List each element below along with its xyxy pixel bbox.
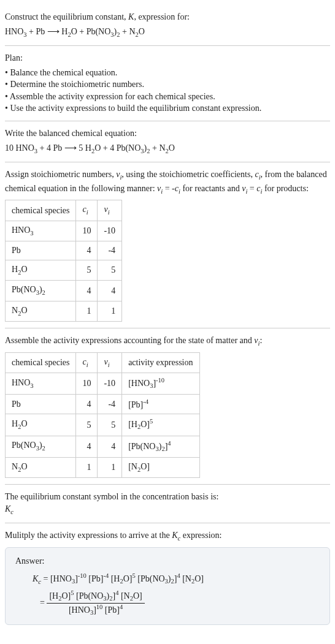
cell-c: 5: [76, 260, 98, 280]
prompt-section: Construct the equilibrium constant, K, e…: [5, 5, 330, 46]
plan-item: Assemble the activity expression for eac…: [5, 91, 330, 103]
cell-c: 4: [76, 281, 98, 301]
plan-item: Balance the chemical equation.: [5, 67, 330, 79]
cell-c: 10: [76, 221, 98, 241]
cell-species: H2O: [6, 260, 76, 280]
cell-v: -10: [98, 221, 122, 241]
cell-c: 4: [76, 436, 98, 457]
cell-expr: [Pb]-4: [122, 395, 199, 414]
col-c: ci: [76, 352, 98, 373]
cell-v: 5: [98, 260, 122, 280]
plan-item: Determine the stoichiometric numbers.: [5, 78, 330, 91]
cell-c: 5: [76, 414, 98, 436]
symbol-heading: The equilibrium constant symbol in the c…: [5, 491, 330, 503]
col-v: νi: [98, 352, 122, 373]
plan-heading: Plan:: [5, 52, 330, 64]
cell-v: -4: [98, 395, 122, 414]
activity-table: chemical species ci νi activity expressi…: [5, 352, 200, 479]
answer-label: Answer:: [15, 555, 320, 567]
cell-c: 4: [76, 395, 98, 414]
cell-species: H2O: [6, 414, 76, 436]
col-expr: activity expression: [122, 352, 199, 373]
table-row: Pb(NO3)244: [6, 281, 122, 301]
cell-v: 1: [98, 457, 122, 477]
cell-species: Pb(NO3)2: [6, 281, 76, 301]
cell-v: 5: [98, 414, 122, 436]
answer-line2: = [H2O]5 [Pb(NO3)2]4 [N2O] [HNO3]10 [Pb]…: [40, 589, 320, 617]
cell-v: 4: [98, 281, 122, 301]
symbol-value: Kc: [5, 503, 330, 517]
cell-species: Pb: [6, 395, 76, 414]
activity-section: Assemble the activity expressions accoun…: [5, 328, 330, 485]
col-v: νi: [98, 200, 122, 221]
symbol-section: The equilibrium constant symbol in the c…: [5, 485, 330, 523]
plan-item: Use the activity expressions to build th…: [5, 102, 330, 115]
table-row: Pb4-4: [6, 241, 122, 260]
cell-v: 1: [98, 301, 122, 321]
cell-c: 1: [76, 457, 98, 477]
cell-species: Pb: [6, 241, 76, 260]
stoich-section: Assign stoichiometric numbers, νi, using…: [5, 162, 330, 328]
stoich-table: chemical species ci νi HNO310-10 Pb4-4 H…: [5, 200, 122, 322]
cell-species: N2O: [6, 457, 76, 477]
prompt-line: Construct the equilibrium constant, K, e…: [5, 11, 330, 23]
cell-expr: [HNO3]-10: [122, 373, 199, 395]
table-row: H2O55: [6, 260, 122, 280]
cell-v: -10: [98, 373, 122, 395]
prompt-equation: HNO3 + Pb ⟶ H2O + Pb(NO3)2 + N2O: [5, 26, 330, 39]
col-species: chemical species: [6, 200, 76, 221]
plan-list: Balance the chemical equation. Determine…: [5, 67, 330, 115]
stoich-heading: Assign stoichiometric numbers, νi, using…: [5, 169, 330, 196]
balanced-heading: Write the balanced chemical equation:: [5, 127, 330, 140]
multiply-heading: Mulitply the activity expressions to arr…: [5, 529, 330, 543]
multiply-section: Mulitply the activity expressions to arr…: [5, 523, 330, 631]
cell-v: 4: [98, 436, 122, 457]
cell-c: 1: [76, 301, 98, 321]
cell-expr: [H2O]5: [122, 414, 199, 436]
table-row: Pb4-4[Pb]-4: [6, 395, 200, 414]
table-header-row: chemical species ci νi activity expressi…: [6, 352, 200, 373]
cell-c: 4: [76, 241, 98, 260]
balanced-section: Write the balanced chemical equation: 10…: [5, 121, 330, 162]
cell-species: Pb(NO3)2: [6, 436, 76, 457]
answer-line1: Kc = [HNO3]-10 [Pb]-4 [H2O]5 [Pb(NO3)2]4…: [33, 572, 320, 586]
cell-c: 10: [76, 373, 98, 395]
table-row: H2O55[H2O]5: [6, 414, 200, 436]
cell-species: HNO3: [6, 221, 76, 241]
balanced-equation: 10 HNO3 + 4 Pb ⟶ 5 H2O + 4 Pb(NO3)2 + N2…: [5, 142, 330, 156]
cell-v: -4: [98, 241, 122, 260]
table-row: N2O11: [6, 301, 122, 321]
table-header-row: chemical species ci νi: [6, 200, 122, 221]
plan-section: Plan: Balance the chemical equation. Det…: [5, 46, 330, 121]
table-row: HNO310-10[HNO3]-10: [6, 373, 200, 395]
col-species: chemical species: [6, 352, 76, 373]
answer-box: Answer: Kc = [HNO3]-10 [Pb]-4 [H2O]5 [Pb…: [5, 547, 330, 625]
fraction-numerator: [H2O]5 [Pb(NO3)2]4 [N2O]: [47, 589, 144, 604]
fraction-denominator: [HNO3]10 [Pb]4: [47, 604, 144, 617]
cell-expr: [N2O]: [122, 457, 199, 477]
col-c: ci: [76, 200, 98, 221]
table-row: HNO310-10: [6, 221, 122, 241]
table-row: N2O11[N2O]: [6, 457, 200, 477]
cell-species: HNO3: [6, 373, 76, 395]
cell-species: N2O: [6, 301, 76, 321]
activity-heading: Assemble the activity expressions accoun…: [5, 335, 330, 348]
cell-expr: [Pb(NO3)2]4: [122, 436, 199, 457]
fraction: [H2O]5 [Pb(NO3)2]4 [N2O] [HNO3]10 [Pb]4: [47, 589, 144, 617]
table-row: Pb(NO3)244[Pb(NO3)2]4: [6, 436, 200, 457]
